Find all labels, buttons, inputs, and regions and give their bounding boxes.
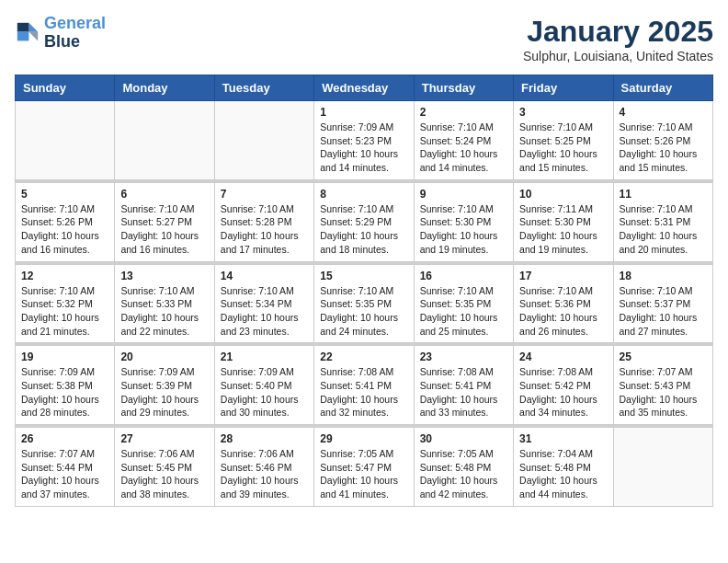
calendar-header-wednesday: Wednesday: [314, 75, 414, 101]
calendar-cell: 27Sunrise: 7:06 AM Sunset: 5:45 PM Dayli…: [115, 428, 214, 507]
day-info: Sunrise: 7:10 AM Sunset: 5:37 PM Dayligh…: [620, 284, 707, 339]
day-info: Sunrise: 7:10 AM Sunset: 5:30 PM Dayligh…: [420, 202, 507, 257]
day-number: 7: [221, 188, 308, 201]
day-info: Sunrise: 7:10 AM Sunset: 5:29 PM Dayligh…: [320, 202, 407, 257]
day-number: 6: [120, 188, 208, 201]
day-number: 28: [221, 432, 308, 445]
day-info: Sunrise: 7:09 AM Sunset: 5:38 PM Dayligh…: [21, 365, 108, 419]
day-number: 12: [21, 270, 108, 282]
day-info: Sunrise: 7:08 AM Sunset: 5:42 PM Dayligh…: [519, 365, 607, 419]
calendar-cell: 4Sunrise: 7:10 AM Sunset: 5:26 PM Daylig…: [613, 101, 712, 180]
day-number: 25: [620, 350, 707, 363]
calendar-cell: 1Sunrise: 7:09 AM Sunset: 5:23 PM Daylig…: [314, 101, 414, 180]
day-number: 31: [519, 432, 607, 445]
calendar-cell: 2Sunrise: 7:10 AM Sunset: 5:24 PM Daylig…: [414, 101, 513, 180]
calendar-cell: 5Sunrise: 7:10 AM Sunset: 5:26 PM Daylig…: [16, 182, 115, 261]
calendar-cell: 10Sunrise: 7:11 AM Sunset: 5:30 PM Dayli…: [514, 182, 613, 261]
day-number: 16: [420, 270, 507, 282]
calendar-cell: [214, 101, 313, 180]
day-number: 1: [320, 106, 407, 119]
calendar-header-monday: Monday: [115, 75, 214, 101]
calendar-cell: [115, 101, 214, 180]
svg-rect-2: [17, 23, 29, 32]
day-info: Sunrise: 7:08 AM Sunset: 5:41 PM Dayligh…: [320, 365, 407, 419]
day-number: 11: [620, 188, 707, 201]
calendar-cell: 16Sunrise: 7:10 AM Sunset: 5:35 PM Dayli…: [414, 264, 513, 343]
day-info: Sunrise: 7:04 AM Sunset: 5:48 PM Dayligh…: [519, 447, 607, 501]
day-info: Sunrise: 7:10 AM Sunset: 5:35 PM Dayligh…: [320, 284, 407, 339]
subtitle: Sulphur, Louisiana, United States: [523, 49, 713, 63]
day-info: Sunrise: 7:08 AM Sunset: 5:41 PM Dayligh…: [420, 365, 507, 419]
main-title: January 2025: [523, 15, 713, 49]
day-info: Sunrise: 7:10 AM Sunset: 5:25 PM Dayligh…: [519, 121, 607, 175]
day-info: Sunrise: 7:10 AM Sunset: 5:33 PM Dayligh…: [120, 284, 208, 339]
day-number: 26: [21, 432, 108, 445]
day-number: 15: [320, 270, 407, 282]
calendar-cell: 25Sunrise: 7:07 AM Sunset: 5:43 PM Dayli…: [613, 346, 712, 425]
day-info: Sunrise: 7:05 AM Sunset: 5:47 PM Dayligh…: [320, 447, 407, 501]
day-number: 8: [320, 188, 407, 201]
calendar-cell: [16, 101, 115, 180]
day-info: Sunrise: 7:07 AM Sunset: 5:43 PM Dayligh…: [620, 365, 707, 419]
day-info: Sunrise: 7:07 AM Sunset: 5:44 PM Dayligh…: [21, 447, 108, 501]
day-info: Sunrise: 7:10 AM Sunset: 5:26 PM Dayligh…: [620, 121, 707, 175]
calendar-cell: 7Sunrise: 7:10 AM Sunset: 5:28 PM Daylig…: [214, 182, 313, 261]
page-header: GeneralBlue January 2025 Sulphur, Louisi…: [15, 15, 713, 63]
day-number: 23: [420, 350, 507, 363]
week-row-3: 12Sunrise: 7:10 AM Sunset: 5:32 PM Dayli…: [16, 264, 713, 343]
calendar-cell: 26Sunrise: 7:07 AM Sunset: 5:44 PM Dayli…: [16, 428, 115, 507]
day-info: Sunrise: 7:09 AM Sunset: 5:40 PM Dayligh…: [221, 365, 308, 419]
calendar-cell: 24Sunrise: 7:08 AM Sunset: 5:42 PM Dayli…: [514, 346, 613, 425]
day-info: Sunrise: 7:09 AM Sunset: 5:39 PM Dayligh…: [120, 365, 208, 419]
week-row-2: 5Sunrise: 7:10 AM Sunset: 5:26 PM Daylig…: [16, 182, 713, 261]
calendar-cell: 23Sunrise: 7:08 AM Sunset: 5:41 PM Dayli…: [414, 346, 513, 425]
day-number: 5: [21, 188, 108, 201]
calendar-header-friday: Friday: [514, 75, 613, 101]
day-info: Sunrise: 7:10 AM Sunset: 5:31 PM Dayligh…: [620, 202, 707, 257]
svg-marker-0: [28, 23, 38, 32]
day-info: Sunrise: 7:11 AM Sunset: 5:30 PM Dayligh…: [519, 202, 607, 257]
day-number: 21: [221, 350, 308, 363]
day-info: Sunrise: 7:10 AM Sunset: 5:36 PM Dayligh…: [519, 284, 607, 339]
logo: GeneralBlue: [15, 15, 106, 52]
day-info: Sunrise: 7:10 AM Sunset: 5:24 PM Dayligh…: [420, 121, 507, 175]
day-number: 30: [420, 432, 507, 445]
calendar-header-tuesday: Tuesday: [214, 75, 313, 101]
calendar-cell: 21Sunrise: 7:09 AM Sunset: 5:40 PM Dayli…: [214, 346, 313, 425]
calendar-cell: 19Sunrise: 7:09 AM Sunset: 5:38 PM Dayli…: [16, 346, 115, 425]
day-info: Sunrise: 7:05 AM Sunset: 5:48 PM Dayligh…: [420, 447, 507, 501]
calendar-cell: 11Sunrise: 7:10 AM Sunset: 5:31 PM Dayli…: [613, 182, 712, 261]
day-info: Sunrise: 7:10 AM Sunset: 5:28 PM Dayligh…: [221, 202, 308, 257]
calendar-cell: [613, 428, 712, 507]
day-number: 29: [320, 432, 407, 445]
week-row-5: 26Sunrise: 7:07 AM Sunset: 5:44 PM Dayli…: [16, 428, 713, 507]
logo-icon: [15, 20, 40, 46]
calendar-header-row: SundayMondayTuesdayWednesdayThursdayFrid…: [16, 75, 713, 101]
day-number: 18: [620, 270, 707, 282]
day-number: 14: [221, 270, 308, 282]
calendar-cell: 13Sunrise: 7:10 AM Sunset: 5:33 PM Dayli…: [115, 264, 214, 343]
calendar-cell: 31Sunrise: 7:04 AM Sunset: 5:48 PM Dayli…: [514, 428, 613, 507]
day-number: 2: [420, 106, 507, 119]
calendar-cell: 3Sunrise: 7:10 AM Sunset: 5:25 PM Daylig…: [514, 101, 613, 180]
day-number: 3: [519, 106, 607, 119]
calendar-header-sunday: Sunday: [16, 75, 115, 101]
calendar-cell: 17Sunrise: 7:10 AM Sunset: 5:36 PM Dayli…: [514, 264, 613, 343]
day-number: 9: [420, 188, 507, 201]
day-info: Sunrise: 7:10 AM Sunset: 5:34 PM Dayligh…: [221, 284, 308, 339]
svg-rect-3: [17, 31, 29, 40]
calendar-header-thursday: Thursday: [414, 75, 513, 101]
calendar-cell: 18Sunrise: 7:10 AM Sunset: 5:37 PM Dayli…: [613, 264, 712, 343]
day-number: 10: [519, 188, 607, 201]
day-number: 19: [21, 350, 108, 363]
day-info: Sunrise: 7:06 AM Sunset: 5:46 PM Dayligh…: [221, 447, 308, 501]
calendar-cell: 20Sunrise: 7:09 AM Sunset: 5:39 PM Dayli…: [115, 346, 214, 425]
calendar-cell: 15Sunrise: 7:10 AM Sunset: 5:35 PM Dayli…: [314, 264, 414, 343]
day-number: 22: [320, 350, 407, 363]
day-info: Sunrise: 7:10 AM Sunset: 5:32 PM Dayligh…: [21, 284, 108, 339]
svg-marker-1: [28, 31, 38, 40]
week-row-4: 19Sunrise: 7:09 AM Sunset: 5:38 PM Dayli…: [16, 346, 713, 425]
calendar: SundayMondayTuesdayWednesdayThursdayFrid…: [15, 75, 713, 507]
day-info: Sunrise: 7:10 AM Sunset: 5:35 PM Dayligh…: [420, 284, 507, 339]
calendar-cell: 9Sunrise: 7:10 AM Sunset: 5:30 PM Daylig…: [414, 182, 513, 261]
